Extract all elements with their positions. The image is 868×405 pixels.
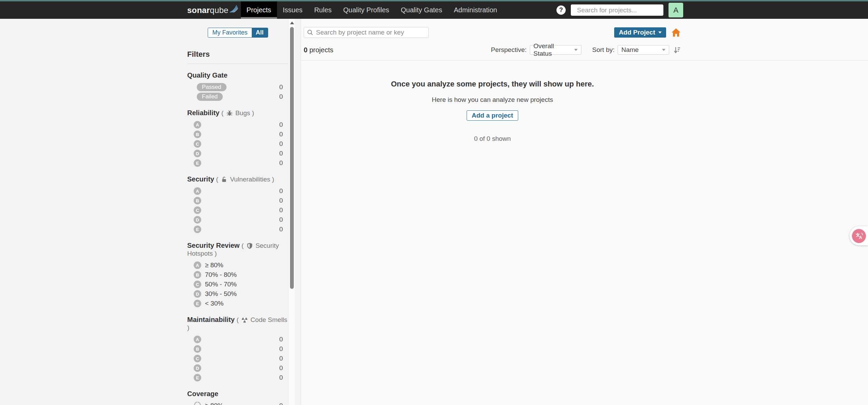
chevron-down-icon (574, 49, 578, 51)
all-projects-button[interactable]: All (252, 28, 268, 37)
facet-title: Coverage (187, 390, 218, 397)
facet-row-count: 0 (279, 216, 283, 224)
add-a-project-button[interactable]: Add a project (467, 110, 518, 121)
rating-badge: A (194, 187, 201, 195)
facet-row-count: 0 (279, 150, 283, 157)
facet-reliability: Reliability ( Bugs )A0B0C0D0E0 (187, 109, 289, 168)
facet-row-a[interactable]: A0 (187, 120, 283, 130)
facet-row-<-30-[interactable]: E< 30% (187, 299, 283, 308)
facet-row-e[interactable]: E0 (187, 373, 283, 382)
sort-select[interactable]: Name (618, 45, 669, 55)
my-favorites-button[interactable]: My Favorites (208, 28, 251, 37)
favorites-toggle: My Favorites All (208, 28, 268, 38)
facet-row-c[interactable]: C0 (187, 139, 283, 149)
facet-row-count: 0 (279, 206, 283, 214)
facet-row-a[interactable]: A0 (187, 186, 283, 196)
nav-item-rules[interactable]: Rules (308, 1, 337, 19)
svg-text:A: A (859, 235, 862, 240)
facet-title: Security (187, 175, 214, 183)
facet-row-count: 0 (279, 187, 283, 195)
scrollbar-up-arrow-icon[interactable] (290, 22, 294, 24)
facet-title: Security Review (187, 242, 239, 249)
sort-direction-icon[interactable] (673, 46, 681, 54)
home-icon[interactable] (671, 28, 681, 37)
facet-row-b[interactable]: B0 (187, 130, 283, 139)
facet-row-d[interactable]: D0 (187, 149, 283, 158)
global-search-input[interactable] (577, 6, 661, 14)
facet-row-label: < 30% (205, 300, 223, 307)
facet-row-d[interactable]: D0 (187, 215, 283, 225)
nav-item-quality-gates[interactable]: Quality Gates (395, 1, 448, 19)
facet-row-count: 0 (279, 121, 283, 129)
sonarqube-logo[interactable]: sonarqube (187, 1, 238, 19)
rating-badge: B (194, 197, 201, 204)
nav-item-issues[interactable]: Issues (277, 1, 308, 19)
rating-badge: B (194, 131, 201, 138)
facet-subtitle: ( Vulnerabilities ) (216, 176, 274, 183)
facet-row-count: 0 (279, 131, 283, 138)
scrollbar-thumb[interactable] (290, 27, 294, 289)
facet-row-≥-80-[interactable]: A≥ 80% (187, 260, 283, 270)
rating-badge: D (194, 150, 201, 157)
facet-security: Security ( Vulnerabilities )A0B0C0D0E0 (187, 175, 289, 234)
facet-row-count: 0 (279, 402, 283, 405)
facet-row-c[interactable]: C0 (187, 354, 283, 363)
facet-row-label: 50% - 70% (205, 281, 237, 288)
facet-row-70---80-[interactable]: B70% - 80% (187, 270, 283, 280)
facet-row-count: 0 (279, 197, 283, 204)
facet-rows: ≥ 80%070% - 80%050% - 70%030% - 50%0< 30… (187, 401, 289, 405)
facet-coverage: Coverage≥ 80%070% - 80%050% - 70%030% - … (187, 390, 289, 405)
facet-row-count: 0 (279, 364, 283, 372)
facet-quality-gate: Quality GatePassed0Failed0 (187, 71, 289, 102)
rating-badge: D (194, 216, 201, 224)
empty-state: Once you analyze some projects, they wil… (304, 80, 681, 143)
facet-row-passed[interactable]: Passed0 (187, 82, 283, 92)
add-project-button[interactable]: Add Project (614, 27, 666, 38)
quality-gate-pill: Passed (197, 83, 226, 91)
rating-badge: B (194, 271, 201, 279)
facet-row-count: 0 (279, 345, 283, 353)
facet-row-30---50-[interactable]: D30% - 50% (187, 289, 283, 299)
rating-badge: C (194, 281, 201, 288)
project-search-input[interactable] (316, 29, 425, 36)
facet-row-b[interactable]: B0 (187, 196, 283, 205)
filters-divider (187, 64, 289, 64)
facet-row-e[interactable]: E0 (187, 158, 283, 168)
projects-main: Add Project 0 projects Perspective: Over… (301, 19, 868, 405)
facet-row-50---70-[interactable]: C50% - 70% (187, 280, 283, 289)
sidebar-scrollbar[interactable] (289, 19, 295, 405)
help-icon[interactable]: ? (556, 5, 566, 15)
nav-item-quality-profiles[interactable]: Quality Profiles (337, 1, 395, 19)
facet-row-d[interactable]: D0 (187, 363, 283, 373)
nav-item-projects[interactable]: Projects (241, 1, 277, 19)
facet-row-failed[interactable]: Failed0 (187, 92, 283, 102)
facet-row-b[interactable]: B0 (187, 344, 283, 354)
rating-badge: D (194, 290, 201, 298)
facet-row-e[interactable]: E0 (187, 225, 283, 234)
translate-fab[interactable]: A (850, 226, 868, 245)
facet-row-label: 30% - 50% (205, 290, 237, 298)
facet-row-count: 0 (279, 93, 283, 100)
facet-row-count: 0 (279, 336, 283, 343)
translate-icon: A (852, 229, 866, 243)
facet-maintainability: Maintainability ( Code Smells )A0B0C0D0E… (187, 316, 289, 382)
facet-rows: A0B0C0D0E0 (187, 186, 289, 234)
rating-badge: A (194, 121, 201, 129)
filters-panel: My Favorites All Filters Quality GatePas… (0, 19, 301, 405)
perspective-select[interactable]: Overall Status (530, 45, 581, 55)
nav-item-administration[interactable]: Administration (448, 1, 503, 19)
facet-security-review: Security Review ( Security Hotspots )A≥ … (187, 242, 289, 308)
rating-badge: A (194, 336, 201, 343)
logo-text: sonarqube (187, 5, 229, 15)
facet-row-c[interactable]: C0 (187, 205, 283, 215)
facet-row-a[interactable]: A0 (187, 335, 283, 344)
lock-icon (220, 176, 228, 183)
rating-badge: C (194, 206, 201, 214)
rating-badge: A (194, 261, 201, 269)
facet-rows: Passed0Failed0 (187, 82, 289, 102)
projects-count: 0 projects (304, 46, 333, 54)
user-avatar[interactable]: A (669, 3, 683, 17)
facet-row-count: 0 (279, 374, 283, 381)
facet-title: Maintainability (187, 316, 235, 323)
facet-row-≥-80-[interactable]: ≥ 80%0 (187, 401, 283, 405)
